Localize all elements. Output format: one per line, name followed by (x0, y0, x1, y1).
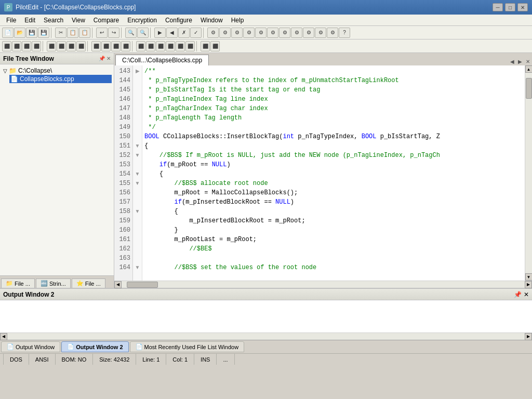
status-bar: DOS ANSI BOM: NO Size: 42432 Line: 1 Col… (0, 353, 532, 365)
tree-item-root[interactable]: ▽ 📁 C:\Collapse\ (2, 66, 112, 75)
output-h-scroll-track[interactable] (7, 333, 525, 340)
tb2-9[interactable]: ⬛ (91, 41, 101, 51)
file-tree-pin-button[interactable]: 📌 (99, 56, 105, 61)
status-bom-value: BOM: NO (62, 356, 87, 363)
tb2-18[interactable]: ⬛ (185, 41, 195, 51)
editor-nav-close[interactable]: ✕ (525, 59, 531, 64)
menu-window[interactable]: Window (196, 16, 227, 25)
tb-find[interactable]: 🔍 (125, 28, 137, 38)
editor-tab-active[interactable]: C:\Coll...\CollapseBlocks.cpp (115, 55, 209, 65)
tb2-sep4 (196, 41, 199, 51)
tb2-10[interactable]: ⬛ (101, 41, 111, 51)
tb-tool12[interactable]: ⚙ (291, 28, 302, 38)
scroll-track[interactable] (525, 73, 532, 273)
main-content: File Tree Window 📌 ✕ ▽ 📁 C:\Collapse\ 📄 … (0, 53, 532, 288)
file-tree-close-button[interactable]: ✕ (107, 56, 111, 61)
tb2-17[interactable]: ⬛ (176, 41, 185, 51)
tb-tool15[interactable]: ⚙ (327, 28, 338, 38)
output-content (0, 300, 532, 332)
tb-save[interactable]: 💾 (26, 28, 37, 38)
tb-saveall[interactable]: 💾 (38, 28, 49, 38)
tb2-7[interactable]: ⬛ (66, 41, 76, 51)
output-h-scroll-left[interactable]: ◀ (0, 333, 7, 340)
output-tabs: 📄 Output Window 📄 Output Window 2 📄 Most… (0, 340, 532, 353)
menu-file[interactable]: File (2, 16, 20, 25)
tb-replace[interactable]: 🔍 (137, 28, 149, 38)
h-scroll-thumb[interactable] (127, 282, 158, 288)
h-scroll-left-button[interactable]: ◀ (114, 281, 122, 288)
tb2-12[interactable]: ⬛ (121, 41, 130, 51)
menu-view[interactable]: View (68, 16, 89, 25)
menu-search[interactable]: Search (39, 16, 68, 25)
tb-tool4[interactable]: ✓ (190, 28, 202, 38)
tb-tool7[interactable]: ⚙ (231, 28, 243, 38)
output-close-button[interactable]: ✕ (524, 291, 529, 298)
status-ansi: ANSI (35, 356, 49, 363)
tb-tool1[interactable]: ▶ (154, 28, 166, 38)
tb2-1[interactable]: ⬛ (2, 41, 11, 51)
maximize-button[interactable]: □ (505, 3, 515, 11)
tb2-20[interactable]: ⬛ (210, 41, 220, 51)
output-h-scroll-right[interactable]: ▶ (525, 333, 532, 340)
status-col: Col: 1 (166, 354, 194, 365)
tb2-5[interactable]: ⬛ (47, 41, 56, 51)
tb2-6[interactable]: ⬛ (57, 41, 66, 51)
output-area: Output Window 2 📌 ✕ ◀ ▶ (0, 288, 532, 340)
tb2-4[interactable]: ⬛ (32, 41, 41, 51)
h-scroll-right-button[interactable]: ▶ (525, 281, 532, 288)
tb-paste[interactable]: 📋 (79, 28, 90, 38)
tb-tool13[interactable]: ⚙ (303, 28, 314, 38)
tb-redo[interactable]: ↪ (108, 28, 119, 38)
tb2-8[interactable]: ⬛ (76, 41, 86, 51)
scroll-up-button[interactable]: ▲ (525, 65, 533, 73)
tb2-16[interactable]: ⬛ (166, 41, 175, 51)
editor-nav-left[interactable]: ◀ (509, 59, 515, 64)
menu-help[interactable]: Help (227, 16, 248, 25)
tb-tool2[interactable]: ◀ (166, 28, 178, 38)
menu-configure[interactable]: Configure (161, 16, 196, 25)
minimize-button[interactable]: ─ (493, 3, 503, 11)
tb-undo[interactable]: ↩ (96, 28, 108, 38)
menu-compare[interactable]: Compare (89, 16, 123, 25)
code-editor[interactable]: 143 144 145 146 147 148 149 150 151 152 … (114, 65, 532, 281)
tb-open[interactable]: 📂 (14, 28, 25, 38)
output-tab-3[interactable]: 📄 Most Recently Used File List Window (130, 341, 245, 352)
tree-item-file[interactable]: 📄 CollapseBlocks.cpp (9, 75, 112, 83)
tb-tool11[interactable]: ⚙ (279, 28, 290, 38)
tb-tool6[interactable]: ⚙ (219, 28, 231, 38)
tb2-15[interactable]: ⬛ (156, 41, 165, 51)
folder-expand-icon: ▽ (3, 68, 7, 74)
tb-tool5[interactable]: ⚙ (207, 28, 219, 38)
tb-tool14[interactable]: ⚙ (315, 28, 326, 38)
ft-tab-files[interactable]: 📁 File ... (1, 278, 35, 288)
menu-encryption[interactable]: Encryption (123, 16, 161, 25)
tb2-14[interactable]: ⬛ (146, 41, 155, 51)
tb-tool10[interactable]: ⚙ (267, 28, 278, 38)
tb-help[interactable]: ? (339, 28, 350, 38)
tb-tool3[interactable]: ✗ (178, 28, 190, 38)
code-content[interactable]: /** * p_nTagTypeIndex refers to the inde… (142, 65, 525, 281)
tb2-19[interactable]: ⬛ (201, 41, 210, 51)
ft-strings-label: Strin... (49, 281, 66, 287)
tb-tool8[interactable]: ⚙ (243, 28, 255, 38)
output-tab-2[interactable]: 📄 Output Window 2 (61, 341, 128, 352)
scroll-thumb[interactable] (526, 78, 532, 99)
output-tab-1[interactable]: 📄 Output Window (1, 341, 60, 352)
ft-files-icon: 📁 (6, 280, 13, 287)
editor-nav-right[interactable]: ▶ (517, 59, 523, 64)
tb-cut[interactable]: ✂ (55, 28, 66, 38)
tb-new[interactable]: 📄 (2, 28, 14, 38)
tb2-3[interactable]: ⬛ (22, 41, 31, 51)
output-pin-button[interactable]: 📌 (514, 291, 522, 298)
ft-tab-starred[interactable]: ⭐ File ... (72, 278, 105, 288)
scroll-down-button[interactable]: ▼ (525, 273, 533, 281)
menu-edit[interactable]: Edit (20, 16, 39, 25)
tb-tool9[interactable]: ⚙ (255, 28, 267, 38)
tb2-13[interactable]: ⬛ (136, 41, 145, 51)
close-button[interactable]: ✕ (517, 3, 528, 11)
tb2-11[interactable]: ⬛ (111, 41, 121, 51)
h-scroll-track[interactable] (122, 281, 525, 288)
tb-copy[interactable]: 📋 (67, 28, 78, 38)
tb2-2[interactable]: ⬛ (12, 41, 21, 51)
ft-tab-strings[interactable]: 🔤 Strin... (36, 278, 71, 288)
